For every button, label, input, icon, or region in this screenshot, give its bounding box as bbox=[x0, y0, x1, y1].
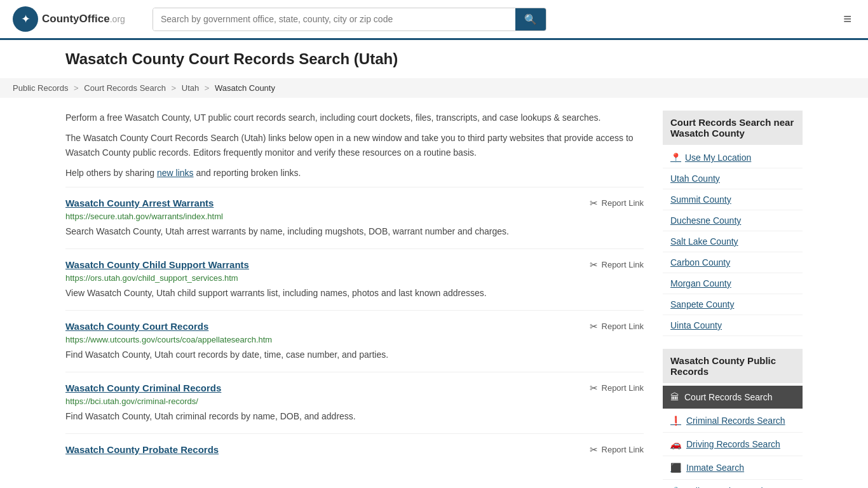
result-item: Wasatch County Court Records ✂ Report Li… bbox=[65, 310, 644, 372]
nav-icon-0: 🏛 bbox=[670, 392, 679, 402]
logo-text: CountyOffice.org bbox=[42, 13, 125, 25]
sidebar-nav-item-4[interactable]: 🔒 Jail Records Search bbox=[663, 480, 803, 488]
nearby-links-list: Utah CountySummit CountyDuchesne CountyS… bbox=[663, 168, 803, 336]
result-item: Wasatch County Criminal Records ✂ Report… bbox=[65, 372, 644, 433]
nav-icon-1: ❗ bbox=[670, 416, 681, 426]
sidebar-nav-item-2[interactable]: 🚗 Driving Records Search bbox=[663, 433, 803, 456]
sidebar-nav-list: 🏛 Court Records Search ❗ Criminal Record… bbox=[663, 386, 803, 488]
sidebar-nav-item-3[interactable]: ⬛ Inmate Search bbox=[663, 456, 803, 480]
breadcrumb-utah[interactable]: Utah bbox=[182, 83, 199, 93]
result-url-0[interactable]: https://secure.utah.gov/warrants/index.h… bbox=[65, 212, 644, 221]
result-url-1[interactable]: https://ors.utah.gov/child_support_servi… bbox=[65, 273, 644, 283]
nearby-link-5[interactable]: Morgan County bbox=[663, 273, 803, 294]
result-desc-3: Find Wasatch County, Utah criminal recor… bbox=[65, 410, 644, 423]
nav-label-3: Inmate Search bbox=[686, 463, 744, 473]
logo-icon: ✦ bbox=[13, 6, 38, 32]
location-pin-icon: 📍 bbox=[670, 152, 681, 163]
nav-label-2: Driving Records Search bbox=[686, 439, 780, 449]
sidebar-nav-item-1[interactable]: ❗ Criminal Records Search bbox=[663, 409, 803, 433]
result-title-2[interactable]: Wasatch County Court Records bbox=[65, 321, 208, 332]
nearby-link-1[interactable]: Summit County bbox=[663, 189, 803, 210]
nearby-link-2[interactable]: Duchesne County bbox=[663, 210, 803, 231]
scissors-icon: ✂ bbox=[590, 198, 598, 209]
nearby-section-title: Court Records Search near Wasatch County bbox=[663, 111, 803, 145]
description-2: The Wasatch County Court Records Search … bbox=[65, 131, 644, 159]
result-title-3[interactable]: Wasatch County Criminal Records bbox=[65, 383, 221, 393]
nav-label-1: Criminal Records Search bbox=[686, 416, 785, 426]
menu-icon[interactable]: ≡ bbox=[839, 7, 855, 31]
description-1: Perform a free Wasatch County, UT public… bbox=[65, 111, 644, 125]
sidebar: Court Records Search near Wasatch County… bbox=[663, 111, 803, 488]
nav-label-0: Court Records Search bbox=[684, 392, 773, 402]
breadcrumb: Public Records > Court Records Search > … bbox=[0, 78, 868, 98]
public-records-section: Wasatch County Public Records 🏛 Court Re… bbox=[663, 349, 803, 488]
description-3: Help others by sharing new links and rep… bbox=[65, 166, 644, 180]
result-desc-2: Find Wasatch County, Utah court records … bbox=[65, 348, 644, 362]
scissors-icon: ✂ bbox=[590, 259, 598, 271]
nearby-link-6[interactable]: Sanpete County bbox=[663, 294, 803, 315]
use-my-location-link[interactable]: 📍 Use My Location bbox=[663, 147, 803, 168]
results-list: Wasatch County Arrest Warrants ✂ Report … bbox=[65, 187, 644, 468]
new-links-link[interactable]: new links bbox=[157, 168, 194, 178]
result-url-3[interactable]: https://bci.utah.gov/criminal-records/ bbox=[65, 396, 644, 406]
result-title-1[interactable]: Wasatch County Child Support Warrants bbox=[65, 259, 249, 270]
breadcrumb-court-records-search[interactable]: Court Records Search bbox=[84, 83, 166, 93]
nav-icon-2: 🚗 bbox=[670, 439, 681, 449]
result-title-4[interactable]: Wasatch County Probate Records bbox=[65, 444, 219, 455]
search-button[interactable]: 🔍 bbox=[515, 8, 546, 30]
content-area: Perform a free Wasatch County, UT public… bbox=[65, 111, 644, 488]
result-desc-1: View Wasatch County, Utah child support … bbox=[65, 287, 644, 300]
breadcrumb-public-records[interactable]: Public Records bbox=[13, 83, 68, 93]
search-bar: 🔍 bbox=[153, 8, 546, 31]
public-records-title: Wasatch County Public Records bbox=[663, 349, 803, 383]
nearby-link-0[interactable]: Utah County bbox=[663, 168, 803, 189]
result-item: Wasatch County Probate Records ✂ Report … bbox=[65, 433, 644, 468]
result-url-2[interactable]: https://www.utcourts.gov/courts/coa/appe… bbox=[65, 335, 644, 344]
breadcrumb-current: Wasatch County bbox=[215, 83, 275, 93]
report-link-4[interactable]: ✂ Report Link bbox=[590, 444, 644, 456]
report-link-1[interactable]: ✂ Report Link bbox=[590, 259, 644, 271]
result-title-0[interactable]: Wasatch County Arrest Warrants bbox=[65, 198, 214, 208]
result-item: Wasatch County Arrest Warrants ✂ Report … bbox=[65, 187, 644, 248]
page-title: Wasatch County Court Records Search (Uta… bbox=[65, 50, 803, 68]
scissors-icon: ✂ bbox=[590, 444, 598, 456]
sidebar-nav-item-0[interactable]: 🏛 Court Records Search bbox=[663, 386, 803, 409]
report-link-2[interactable]: ✂ Report Link bbox=[590, 321, 644, 332]
search-input[interactable] bbox=[153, 8, 515, 30]
main-container: Perform a free Wasatch County, UT public… bbox=[53, 98, 815, 488]
nearby-link-3[interactable]: Salt Lake County bbox=[663, 231, 803, 252]
nearby-link-4[interactable]: Carbon County bbox=[663, 252, 803, 273]
result-desc-0: Search Wasatch County, Utah arrest warra… bbox=[65, 225, 644, 238]
scissors-icon: ✂ bbox=[590, 321, 598, 332]
nav-icon-3: ⬛ bbox=[670, 463, 681, 473]
header: ✦ CountyOffice.org 🔍 ≡ bbox=[0, 0, 868, 40]
report-link-3[interactable]: ✂ Report Link bbox=[590, 383, 644, 394]
scissors-icon: ✂ bbox=[590, 383, 598, 394]
result-item: Wasatch County Child Support Warrants ✂ … bbox=[65, 248, 644, 310]
nearby-link-7[interactable]: Uinta County bbox=[663, 315, 803, 336]
report-link-0[interactable]: ✂ Report Link bbox=[590, 198, 644, 209]
logo-area: ✦ CountyOffice.org bbox=[13, 6, 140, 32]
